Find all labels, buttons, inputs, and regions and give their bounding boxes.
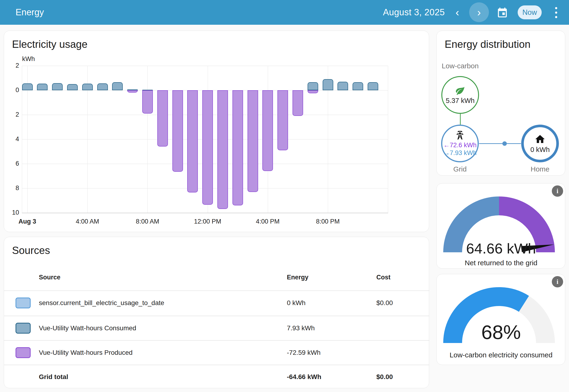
date-range-label: August 3, 2025 — [383, 0, 445, 25]
low-carbon-gauge-label: Low-carbon electricity consumed — [437, 351, 566, 359]
low-carbon-value: 5.37 kWh — [446, 97, 475, 105]
consumed-bar[interactable] — [307, 82, 318, 90]
home-icon — [534, 134, 546, 146]
consumed-bar[interactable] — [368, 82, 378, 90]
info-icon[interactable]: i — [552, 185, 563, 197]
source-name: Vue-Utility Watt-hours Consumed — [39, 324, 136, 332]
leaf-icon — [455, 85, 465, 97]
consumed-bar[interactable] — [112, 82, 123, 90]
x-axis-tick: 8:00 PM — [309, 218, 347, 225]
y-axis-tick: 6 — [7, 160, 19, 167]
electricity-usage-card: Electricity usage 20246810kWhAug 34:00 A… — [4, 31, 429, 232]
produced-bar[interactable] — [202, 90, 213, 205]
x-axis-tick: 4:00 PM — [249, 218, 287, 225]
energy-distribution-card: Energy distribution Low-carbon 5.37 kWh … — [436, 31, 565, 176]
y-axis-tick: 10 — [7, 209, 19, 216]
grid-label: Grid — [436, 165, 484, 173]
next-day-button[interactable]: › — [469, 2, 489, 22]
low-carbon-label: Low-carbon — [437, 62, 484, 70]
net-returned-label: Net returned to the grid — [437, 259, 566, 267]
source-swatch — [15, 323, 31, 334]
consumed-bar[interactable] — [323, 79, 333, 90]
overflow-menu-button[interactable] — [551, 6, 561, 19]
grid-to-home-line — [479, 143, 521, 144]
grid-node: ←72.6 kWh →7.93 kWh — [441, 125, 479, 162]
y-axis-tick: 4 — [7, 136, 19, 143]
calendar-button[interactable] — [497, 7, 508, 18]
grid-consume-value: →7.93 kWh — [443, 149, 476, 157]
x-axis-tick: Aug 3 — [9, 218, 46, 225]
net-returned-gauge-card: i 64.66 kWh Net returned to the grid — [436, 183, 565, 268]
produced-bar[interactable] — [172, 90, 183, 172]
source-name: sensor.current_bill_electric_usage_to_da… — [39, 299, 164, 307]
source-energy: 7.93 kWh — [287, 324, 315, 332]
produced-bar[interactable] — [142, 90, 153, 113]
produced-bar[interactable] — [292, 90, 303, 116]
source-energy: -72.59 kWh — [287, 349, 320, 356]
gridline — [22, 66, 388, 66]
flow-dot — [502, 141, 507, 146]
x-axis-tick: 4:00 AM — [69, 218, 106, 225]
x-axis-tick: 12:00 PM — [189, 218, 227, 225]
consumed-bar[interactable] — [37, 84, 48, 90]
col-header-cost: Cost — [376, 274, 390, 281]
page-title: Energy — [15, 0, 44, 25]
net-returned-value: 64.66 kWh — [437, 240, 566, 257]
low-carbon-percent: 68% — [437, 321, 566, 344]
low-carbon-gauge-card: i 68% Low-carbon electricity consumed — [436, 274, 565, 365]
distribution-card-title: Energy distribution — [445, 38, 530, 50]
y-axis-unit: kWh — [22, 55, 35, 63]
source-swatch — [15, 297, 31, 308]
now-button[interactable]: Now — [518, 5, 542, 19]
home-value: 0 kWh — [530, 146, 550, 154]
produced-bar[interactable] — [248, 90, 258, 192]
y-axis-tick: 0 — [7, 86, 19, 94]
home-label: Home — [516, 165, 564, 173]
produced-bar[interactable] — [262, 90, 273, 171]
usage-bar-chart: 20246810kWhAug 34:00 AM8:00 AM12:00 PM4:… — [4, 31, 429, 232]
consumed-bar[interactable] — [337, 82, 348, 90]
prev-day-button[interactable]: ‹ — [447, 2, 467, 22]
produced-bar[interactable] — [187, 90, 198, 193]
consumed-bar[interactable] — [82, 84, 93, 90]
grid-total-label: Grid total — [39, 373, 68, 381]
consumed-bar[interactable] — [52, 83, 63, 90]
consumed-bar[interactable] — [67, 84, 78, 90]
grid-return-value: ←72.6 kWh — [443, 141, 476, 149]
home-node: 0 kWh — [521, 125, 559, 162]
source-cost: $0.00 — [376, 299, 393, 307]
source-name: Vue-Utility Watt-hours Produced — [39, 349, 133, 356]
produced-bar[interactable] — [157, 90, 168, 147]
calendar-icon — [497, 15, 508, 19]
x-axis-line — [22, 213, 388, 213]
grid-total-energy: -64.66 kWh — [287, 373, 321, 381]
produced-bar[interactable] — [278, 90, 288, 150]
gridline — [147, 66, 148, 213]
consumed-bar[interactable] — [22, 84, 33, 90]
grid-total-cost: $0.00 — [376, 373, 393, 381]
produced-bar[interactable] — [217, 90, 228, 209]
col-header-energy: Energy — [287, 274, 308, 281]
low-carbon-node: 5.37 kWh — [441, 76, 479, 114]
y-axis-tick: 2 — [7, 111, 19, 118]
transmission-tower-icon — [455, 130, 465, 141]
info-icon[interactable]: i — [552, 276, 563, 287]
x-axis-tick: 8:00 AM — [129, 218, 166, 225]
y-axis-tick: 8 — [7, 184, 19, 192]
source-swatch — [15, 347, 31, 358]
app-header: Energy August 3, 2025 ‹ › Now — [0, 0, 569, 25]
low-carbon-to-grid-line — [460, 114, 461, 125]
col-header-source: Source — [39, 274, 60, 281]
y-axis-tick: 2 — [7, 62, 19, 69]
produced-bar[interactable] — [233, 90, 243, 205]
consumed-bar[interactable] — [353, 82, 363, 90]
produced-bar[interactable] — [127, 90, 138, 93]
sources-card: Sources Source Energy Cost sensor.curren… — [4, 237, 429, 388]
source-energy: 0 kWh — [287, 299, 305, 307]
sources-card-title: Sources — [12, 245, 50, 256]
consumed-bar[interactable] — [97, 84, 108, 90]
produced-bar[interactable] — [307, 90, 318, 93]
